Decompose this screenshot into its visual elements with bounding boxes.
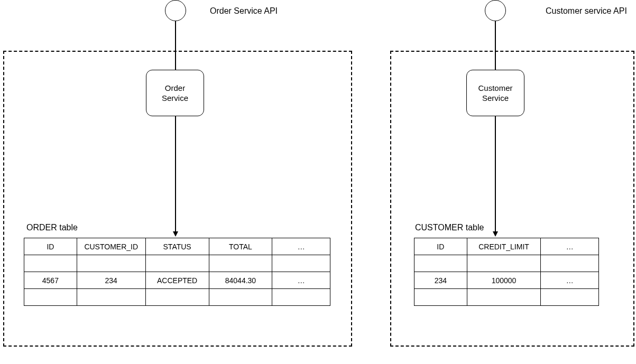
customer-service-to-table-line (495, 116, 496, 232)
order-total-cell: 84044.30 (209, 272, 272, 289)
order-col-customer-id: CUSTOMER_ID (77, 238, 145, 255)
customer-api-to-service-line (495, 21, 496, 70)
order-service-box: Order Service (146, 70, 204, 116)
customer-service-box: Customer Service (466, 70, 524, 116)
order-service-to-table-line (175, 116, 176, 232)
order-arrowhead-icon (173, 231, 178, 237)
table-row (24, 255, 330, 272)
customer-service-api-circle (485, 0, 506, 21)
customer-col-credit-limit: CREDIT_LIMIT (467, 238, 541, 255)
customer-service-api-label: Customer service API (546, 6, 627, 16)
order-service-api-circle (165, 0, 186, 21)
table-header-row: ID CUSTOMER_ID STATUS TOTAL … (24, 238, 330, 255)
table-row: 4567 234 ACCEPTED 84044.30 … (24, 272, 330, 289)
table-row (414, 289, 599, 306)
customer-table: ID CREDIT_LIMIT … 234 100000 … (414, 238, 599, 306)
order-service-text: Order Service (162, 83, 188, 104)
order-col-status: STATUS (145, 238, 209, 255)
customer-table-label: CUSTOMER table (415, 223, 484, 232)
order-col-id: ID (24, 238, 77, 255)
table-header-row: ID CREDIT_LIMIT … (414, 238, 599, 255)
customer-credit-limit-cell: 100000 (467, 272, 541, 289)
table-row (414, 255, 599, 272)
customer-arrowhead-icon (493, 231, 498, 237)
order-more-cell: … (272, 272, 330, 289)
table-row (24, 289, 330, 306)
customer-more-cell: … (541, 272, 599, 289)
customer-id-cell: 234 (414, 272, 467, 289)
order-status-cell: ACCEPTED (145, 272, 209, 289)
customer-service-text: Customer Service (478, 83, 512, 104)
order-table: ID CUSTOMER_ID STATUS TOTAL … 4567 234 A… (24, 238, 330, 306)
customer-col-more: … (541, 238, 599, 255)
order-customer-id-cell: 234 (77, 272, 145, 289)
order-api-to-service-line (175, 21, 176, 70)
customer-col-id: ID (414, 238, 467, 255)
order-table-label: ORDER table (26, 223, 78, 232)
order-service-api-label: Order Service API (210, 6, 278, 16)
order-col-total: TOTAL (209, 238, 272, 255)
order-col-more: … (272, 238, 330, 255)
order-id-cell: 4567 (24, 272, 77, 289)
table-row: 234 100000 … (414, 272, 599, 289)
